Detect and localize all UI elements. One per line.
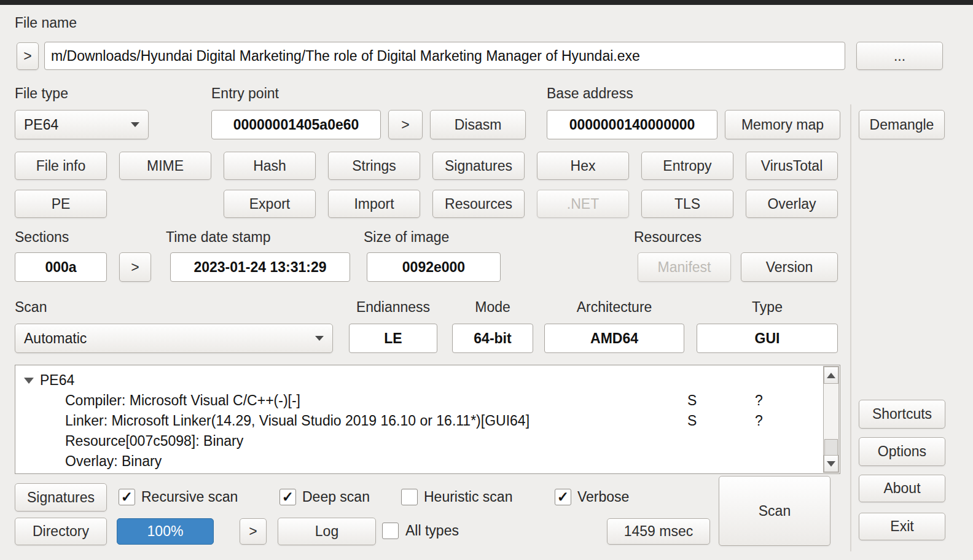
scan-results-list: PE64 Compiler: Microsoft Visual C/C++(-)… — [15, 365, 840, 474]
time-date-stamp-label: Time date stamp — [166, 229, 270, 246]
hex-button[interactable]: Hex — [537, 152, 629, 180]
memory-map-button[interactable]: Memory map — [725, 110, 840, 139]
result-row[interactable]: Overlay: Binary — [15, 451, 840, 472]
deep-scan-label[interactable]: Deep scan — [302, 489, 370, 505]
result-flag-q[interactable]: ? — [755, 391, 763, 411]
triangle-down-icon — [827, 461, 835, 467]
file-type-select[interactable]: PE64 — [15, 110, 149, 139]
size-of-image-value: 0092e000 — [367, 252, 501, 282]
all-types-checkbox[interactable] — [382, 523, 399, 539]
import-button[interactable]: Import — [328, 190, 420, 218]
entry-point-follow-button[interactable]: > — [388, 110, 423, 139]
scan-button[interactable]: Scan — [719, 476, 830, 546]
result-flag-s[interactable]: S — [687, 411, 697, 431]
verbose-checkbox[interactable]: ✓ — [555, 489, 571, 505]
progress-bar: 100% — [117, 518, 214, 545]
recursive-scan-checkbox[interactable]: ✓ — [119, 489, 135, 505]
dotnet-button: .NET — [537, 190, 629, 218]
heuristic-scan-checkbox[interactable] — [401, 489, 418, 505]
expander-icon[interactable] — [24, 378, 34, 384]
time-date-stamp-value: 2023-01-24 13:31:29 — [170, 252, 350, 282]
sections-count-value: 000a — [15, 252, 107, 282]
about-button[interactable]: About — [859, 475, 945, 502]
exit-button[interactable]: Exit — [859, 513, 945, 540]
result-row[interactable]: Resource[007c5098]: Binary — [15, 431, 840, 451]
signatures-view-button[interactable]: Signatures — [432, 152, 525, 180]
triangle-up-icon — [827, 373, 835, 378]
resources-label: Resources — [634, 229, 701, 246]
chevron-down-icon — [315, 336, 324, 341]
result-row-root[interactable]: PE64 — [15, 370, 840, 391]
mime-button[interactable]: MIME — [119, 152, 211, 180]
all-types-label[interactable]: All types — [405, 523, 459, 539]
result-text: Compiler: Microsoft Visual C/C++(-)[-] — [65, 391, 300, 411]
base-address-input[interactable] — [547, 110, 717, 139]
endianness-label: Endianness — [349, 299, 437, 316]
browse-button[interactable]: ... — [856, 42, 943, 70]
heuristic-scan-label[interactable]: Heuristic scan — [424, 489, 512, 505]
side-panel-divider — [850, 104, 851, 551]
file-type-label: File type — [15, 85, 68, 102]
base-address-label: Base address — [547, 85, 633, 102]
disasm-button[interactable]: Disasm — [430, 110, 526, 139]
file-name-label: File name — [15, 15, 77, 31]
strings-button[interactable]: Strings — [328, 152, 420, 180]
result-text: Resource[007c5098]: Binary — [65, 431, 243, 451]
endianness-value: LE — [349, 324, 437, 353]
result-flag-s[interactable]: S — [687, 391, 697, 411]
result-flag-q[interactable]: ? — [755, 411, 763, 431]
file-open-arrow-button[interactable]: > — [17, 42, 39, 70]
sections-expand-button[interactable]: > — [119, 252, 151, 282]
architecture-label: Architecture — [544, 299, 684, 316]
hash-button[interactable]: Hash — [224, 152, 316, 180]
file-path-input[interactable] — [44, 42, 845, 70]
elapsed-time-value: 1459 msec — [607, 518, 710, 545]
entry-point-label: Entry point — [211, 85, 279, 102]
architecture-value: AMD64 — [544, 324, 684, 353]
shortcuts-button[interactable]: Shortcuts — [859, 400, 945, 429]
scan-label: Scan — [15, 299, 47, 316]
recursive-scan-label[interactable]: Recursive scan — [141, 489, 238, 505]
deep-scan-checkbox[interactable]: ✓ — [279, 489, 296, 505]
scan-method-select[interactable]: Automatic — [15, 324, 333, 353]
export-button[interactable]: Export — [224, 190, 316, 218]
scroll-down-button[interactable] — [824, 455, 838, 472]
overlay-button[interactable]: Overlay — [746, 190, 838, 218]
file-type-value: PE64 — [24, 117, 58, 133]
result-row[interactable]: Compiler: Microsoft Visual C/C++(-)[-] S… — [15, 391, 840, 411]
verbose-label[interactable]: Verbose — [577, 489, 629, 505]
size-of-image-label: Size of image — [364, 229, 449, 246]
log-button[interactable]: Log — [278, 518, 376, 545]
mode-label: Mode — [452, 299, 533, 316]
window-top-edge — [0, 0, 973, 5]
tls-button[interactable]: TLS — [641, 190, 733, 218]
type-value: GUI — [697, 324, 838, 353]
chevron-down-icon — [131, 122, 139, 127]
progress-expand-button[interactable]: > — [240, 518, 267, 545]
file-info-button[interactable]: File info — [15, 152, 107, 180]
results-scrollbar[interactable] — [823, 366, 839, 473]
version-button[interactable]: Version — [741, 252, 838, 282]
scroll-up-button[interactable] — [824, 367, 838, 384]
manifest-button: Manifest — [638, 252, 731, 282]
result-text: Linker: Microsoft Linker(14.29, Visual S… — [65, 411, 529, 431]
signatures-db-button[interactable]: Signatures — [15, 483, 107, 511]
options-button[interactable]: Options — [859, 437, 945, 466]
mode-value: 64-bit — [452, 324, 533, 353]
entropy-button[interactable]: Entropy — [641, 152, 733, 180]
sections-label: Sections — [15, 229, 69, 246]
result-text: Overlay: Binary — [65, 451, 162, 472]
type-label: Type — [697, 299, 838, 316]
entry-point-input[interactable] — [211, 110, 381, 139]
resources-view-button[interactable]: Resources — [432, 190, 525, 218]
demangle-button[interactable]: Demangle — [859, 110, 945, 139]
directory-button[interactable]: Directory — [15, 518, 107, 545]
virustotal-button[interactable]: VirusTotal — [746, 152, 838, 180]
result-root-text: PE64 — [40, 370, 74, 391]
pe-button[interactable]: PE — [15, 190, 107, 218]
result-row[interactable]: Linker: Microsoft Linker(14.29, Visual S… — [15, 411, 840, 431]
scan-method-value: Automatic — [24, 330, 87, 347]
